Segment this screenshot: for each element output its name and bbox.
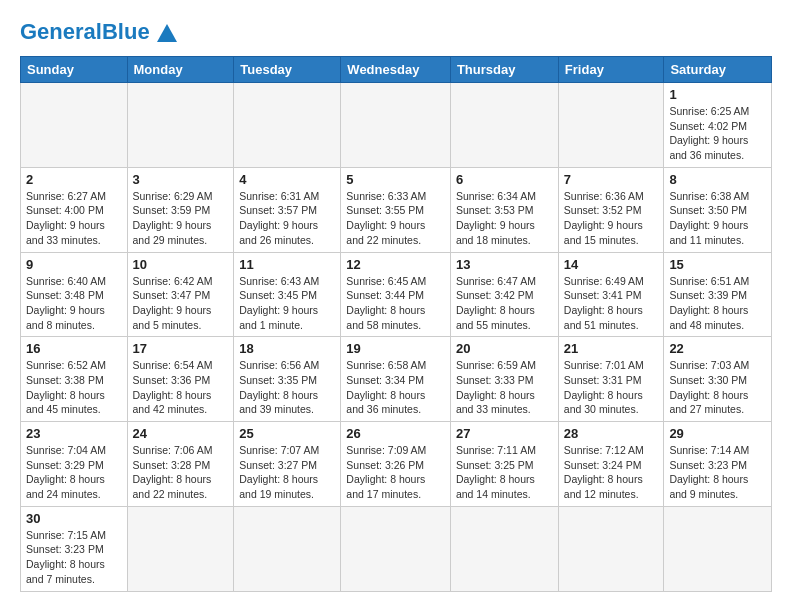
day-number: 4 — [239, 172, 335, 187]
day-info: Sunrise: 7:09 AMSunset: 3:26 PMDaylight:… — [346, 443, 445, 502]
day-number: 28 — [564, 426, 659, 441]
day-number: 29 — [669, 426, 766, 441]
day-info: Sunrise: 6:29 AMSunset: 3:59 PMDaylight:… — [133, 189, 229, 248]
calendar-cell — [127, 83, 234, 168]
calendar-cell — [664, 506, 772, 591]
calendar-cell: 4Sunrise: 6:31 AMSunset: 3:57 PMDaylight… — [234, 167, 341, 252]
day-info: Sunrise: 6:42 AMSunset: 3:47 PMDaylight:… — [133, 274, 229, 333]
col-header-sunday: Sunday — [21, 57, 128, 83]
day-number: 27 — [456, 426, 553, 441]
day-info: Sunrise: 6:27 AMSunset: 4:00 PMDaylight:… — [26, 189, 122, 248]
day-info: Sunrise: 7:03 AMSunset: 3:30 PMDaylight:… — [669, 358, 766, 417]
day-info: Sunrise: 6:40 AMSunset: 3:48 PMDaylight:… — [26, 274, 122, 333]
day-info: Sunrise: 7:06 AMSunset: 3:28 PMDaylight:… — [133, 443, 229, 502]
day-info: Sunrise: 7:01 AMSunset: 3:31 PMDaylight:… — [564, 358, 659, 417]
day-info: Sunrise: 7:12 AMSunset: 3:24 PMDaylight:… — [564, 443, 659, 502]
week-row-2: 9Sunrise: 6:40 AMSunset: 3:48 PMDaylight… — [21, 252, 772, 337]
calendar-cell: 30Sunrise: 7:15 AMSunset: 3:23 PMDayligh… — [21, 506, 128, 591]
day-number: 10 — [133, 257, 229, 272]
week-row-4: 23Sunrise: 7:04 AMSunset: 3:29 PMDayligh… — [21, 422, 772, 507]
day-number: 5 — [346, 172, 445, 187]
calendar-cell — [127, 506, 234, 591]
day-number: 19 — [346, 341, 445, 356]
day-info: Sunrise: 6:47 AMSunset: 3:42 PMDaylight:… — [456, 274, 553, 333]
calendar-cell: 14Sunrise: 6:49 AMSunset: 3:41 PMDayligh… — [558, 252, 664, 337]
calendar-cell: 6Sunrise: 6:34 AMSunset: 3:53 PMDaylight… — [450, 167, 558, 252]
calendar-cell — [450, 506, 558, 591]
calendar-cell: 7Sunrise: 6:36 AMSunset: 3:52 PMDaylight… — [558, 167, 664, 252]
calendar-header-row: SundayMondayTuesdayWednesdayThursdayFrid… — [21, 57, 772, 83]
calendar-cell: 23Sunrise: 7:04 AMSunset: 3:29 PMDayligh… — [21, 422, 128, 507]
day-number: 13 — [456, 257, 553, 272]
day-info: Sunrise: 6:33 AMSunset: 3:55 PMDaylight:… — [346, 189, 445, 248]
day-number: 30 — [26, 511, 122, 526]
calendar-cell: 8Sunrise: 6:38 AMSunset: 3:50 PMDaylight… — [664, 167, 772, 252]
day-number: 24 — [133, 426, 229, 441]
calendar-cell — [234, 83, 341, 168]
calendar-cell — [234, 506, 341, 591]
calendar-cell: 22Sunrise: 7:03 AMSunset: 3:30 PMDayligh… — [664, 337, 772, 422]
col-header-tuesday: Tuesday — [234, 57, 341, 83]
calendar-cell: 11Sunrise: 6:43 AMSunset: 3:45 PMDayligh… — [234, 252, 341, 337]
calendar-cell: 2Sunrise: 6:27 AMSunset: 4:00 PMDaylight… — [21, 167, 128, 252]
day-info: Sunrise: 6:43 AMSunset: 3:45 PMDaylight:… — [239, 274, 335, 333]
day-info: Sunrise: 6:34 AMSunset: 3:53 PMDaylight:… — [456, 189, 553, 248]
calendar-cell: 1Sunrise: 6:25 AMSunset: 4:02 PMDaylight… — [664, 83, 772, 168]
col-header-wednesday: Wednesday — [341, 57, 451, 83]
day-info: Sunrise: 6:54 AMSunset: 3:36 PMDaylight:… — [133, 358, 229, 417]
week-row-3: 16Sunrise: 6:52 AMSunset: 3:38 PMDayligh… — [21, 337, 772, 422]
calendar-cell: 10Sunrise: 6:42 AMSunset: 3:47 PMDayligh… — [127, 252, 234, 337]
calendar-cell: 9Sunrise: 6:40 AMSunset: 3:48 PMDaylight… — [21, 252, 128, 337]
day-info: Sunrise: 6:52 AMSunset: 3:38 PMDaylight:… — [26, 358, 122, 417]
calendar-cell: 13Sunrise: 6:47 AMSunset: 3:42 PMDayligh… — [450, 252, 558, 337]
day-number: 17 — [133, 341, 229, 356]
day-info: Sunrise: 7:07 AMSunset: 3:27 PMDaylight:… — [239, 443, 335, 502]
logo-blue: Blue — [102, 19, 150, 44]
day-number: 6 — [456, 172, 553, 187]
calendar-cell: 18Sunrise: 6:56 AMSunset: 3:35 PMDayligh… — [234, 337, 341, 422]
col-header-thursday: Thursday — [450, 57, 558, 83]
calendar-table: SundayMondayTuesdayWednesdayThursdayFrid… — [20, 56, 772, 592]
calendar-cell: 16Sunrise: 6:52 AMSunset: 3:38 PMDayligh… — [21, 337, 128, 422]
calendar-cell — [558, 506, 664, 591]
calendar-cell — [21, 83, 128, 168]
week-row-1: 2Sunrise: 6:27 AMSunset: 4:00 PMDaylight… — [21, 167, 772, 252]
day-info: Sunrise: 6:56 AMSunset: 3:35 PMDaylight:… — [239, 358, 335, 417]
calendar-cell: 28Sunrise: 7:12 AMSunset: 3:24 PMDayligh… — [558, 422, 664, 507]
day-number: 1 — [669, 87, 766, 102]
calendar-cell: 26Sunrise: 7:09 AMSunset: 3:26 PMDayligh… — [341, 422, 451, 507]
logo-general: General — [20, 19, 102, 44]
day-number: 2 — [26, 172, 122, 187]
calendar-cell: 15Sunrise: 6:51 AMSunset: 3:39 PMDayligh… — [664, 252, 772, 337]
day-info: Sunrise: 6:59 AMSunset: 3:33 PMDaylight:… — [456, 358, 553, 417]
calendar-cell: 21Sunrise: 7:01 AMSunset: 3:31 PMDayligh… — [558, 337, 664, 422]
header: GeneralBlue — [20, 18, 772, 46]
day-info: Sunrise: 7:14 AMSunset: 3:23 PMDaylight:… — [669, 443, 766, 502]
calendar-cell: 24Sunrise: 7:06 AMSunset: 3:28 PMDayligh… — [127, 422, 234, 507]
day-info: Sunrise: 7:11 AMSunset: 3:25 PMDaylight:… — [456, 443, 553, 502]
day-number: 7 — [564, 172, 659, 187]
day-number: 23 — [26, 426, 122, 441]
calendar-cell: 19Sunrise: 6:58 AMSunset: 3:34 PMDayligh… — [341, 337, 451, 422]
calendar-cell — [450, 83, 558, 168]
day-number: 12 — [346, 257, 445, 272]
day-number: 21 — [564, 341, 659, 356]
day-info: Sunrise: 6:31 AMSunset: 3:57 PMDaylight:… — [239, 189, 335, 248]
col-header-saturday: Saturday — [664, 57, 772, 83]
day-number: 22 — [669, 341, 766, 356]
calendar-cell: 25Sunrise: 7:07 AMSunset: 3:27 PMDayligh… — [234, 422, 341, 507]
day-number: 8 — [669, 172, 766, 187]
calendar-cell — [341, 506, 451, 591]
week-row-0: 1Sunrise: 6:25 AMSunset: 4:02 PMDaylight… — [21, 83, 772, 168]
day-info: Sunrise: 6:49 AMSunset: 3:41 PMDaylight:… — [564, 274, 659, 333]
calendar-cell: 17Sunrise: 6:54 AMSunset: 3:36 PMDayligh… — [127, 337, 234, 422]
calendar-cell — [558, 83, 664, 168]
day-number: 11 — [239, 257, 335, 272]
day-number: 14 — [564, 257, 659, 272]
calendar-cell: 20Sunrise: 6:59 AMSunset: 3:33 PMDayligh… — [450, 337, 558, 422]
calendar-cell: 3Sunrise: 6:29 AMSunset: 3:59 PMDaylight… — [127, 167, 234, 252]
col-header-friday: Friday — [558, 57, 664, 83]
calendar-cell: 27Sunrise: 7:11 AMSunset: 3:25 PMDayligh… — [450, 422, 558, 507]
day-number: 20 — [456, 341, 553, 356]
day-info: Sunrise: 7:15 AMSunset: 3:23 PMDaylight:… — [26, 528, 122, 587]
